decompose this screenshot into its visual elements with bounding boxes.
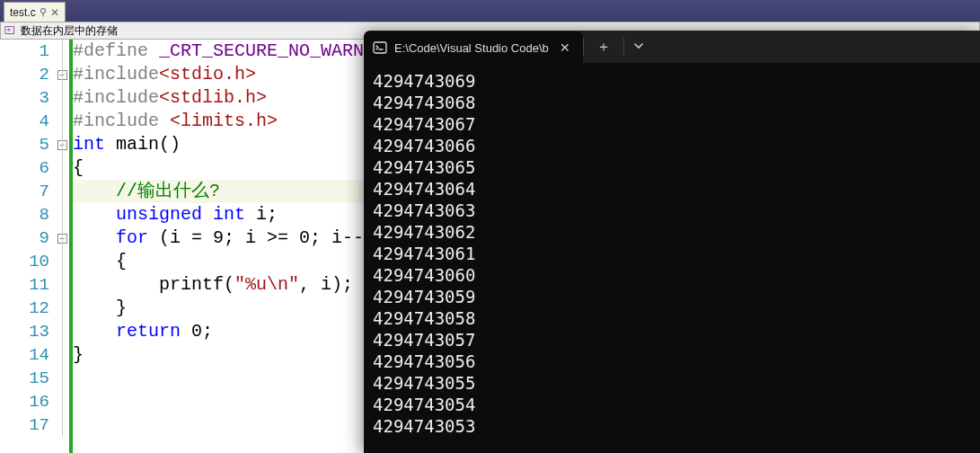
terminal-tab-title: E:\Code\Visual Studio Code\b — [394, 41, 549, 55]
line-number: 5 — [0, 133, 49, 156]
terminal-line: 4294743069 — [373, 70, 971, 92]
line-number: 11 — [0, 273, 49, 297]
terminal-tab-bar: E:\Code\Visual Studio Code\b ✕ ＋ — [364, 31, 980, 63]
terminal-line: 4294743064 — [373, 178, 971, 200]
terminal-line: 4294743059 — [373, 286, 971, 307]
line-number: 12 — [0, 297, 49, 320]
terminal-line: 4294743065 — [373, 156, 971, 178]
terminal-line: 4294743053 — [373, 415, 971, 437]
terminal-line: 4294743062 — [373, 221, 971, 243]
terminal-window[interactable]: E:\Code\Visual Studio Code\b ✕ ＋ 4294743… — [364, 31, 980, 453]
line-number: 4 — [0, 110, 49, 133]
file-tab-test-c[interactable]: test.c ⚲ ✕ — [4, 2, 66, 22]
nav-back-icon[interactable] — [4, 24, 17, 37]
editor-tab-bar: test.c ⚲ ✕ — [0, 0, 980, 22]
line-number: 17 — [0, 413, 49, 437]
line-number: 13 — [0, 320, 49, 343]
terminal-new-tab-button[interactable]: ＋ — [584, 38, 623, 57]
line-number: 10 — [0, 250, 49, 273]
terminal-line: 4294743066 — [373, 135, 971, 156]
breadcrumb-text: 数据在内层中的存储 — [21, 23, 118, 39]
line-number: 2 — [0, 63, 49, 86]
terminal-line: 4294743058 — [373, 307, 971, 329]
pin-icon[interactable]: ⚲ — [40, 6, 47, 18]
line-number: 14 — [0, 343, 49, 367]
line-number: 3 — [0, 86, 49, 110]
line-number: 6 — [0, 156, 49, 180]
close-icon[interactable]: ✕ — [50, 6, 59, 19]
terminal-output[interactable]: 4294743069429474306842947430674294743066… — [364, 63, 980, 444]
terminal-line: 4294743055 — [373, 372, 971, 394]
terminal-line: 4294743054 — [373, 394, 971, 415]
terminal-close-icon[interactable]: ✕ — [556, 39, 574, 57]
line-number: 1 — [0, 40, 49, 63]
terminal-line: 4294743067 — [373, 113, 971, 135]
terminal-icon — [373, 40, 387, 55]
terminal-line: 4294743061 — [373, 243, 971, 264]
line-number: 8 — [0, 203, 49, 226]
terminal-tab[interactable]: E:\Code\Visual Studio Code\b ✕ — [364, 31, 583, 64]
terminal-line: 4294743056 — [373, 351, 971, 372]
line-number-gutter: 1234567891011121314151617 — [0, 40, 57, 453]
line-number: 9 — [0, 226, 49, 250]
terminal-line: 4294743063 — [373, 200, 971, 221]
line-number: 15 — [0, 367, 49, 390]
fold-column: −−− — [57, 40, 69, 453]
svg-rect-1 — [374, 42, 386, 53]
terminal-line: 4294743068 — [373, 92, 971, 113]
terminal-line: 4294743060 — [373, 264, 971, 286]
line-number: 16 — [0, 390, 49, 413]
line-number: 7 — [0, 180, 49, 203]
terminal-line: 4294743057 — [373, 329, 971, 351]
terminal-dropdown-icon[interactable] — [624, 40, 653, 54]
file-tab-label: test.c — [10, 6, 36, 19]
